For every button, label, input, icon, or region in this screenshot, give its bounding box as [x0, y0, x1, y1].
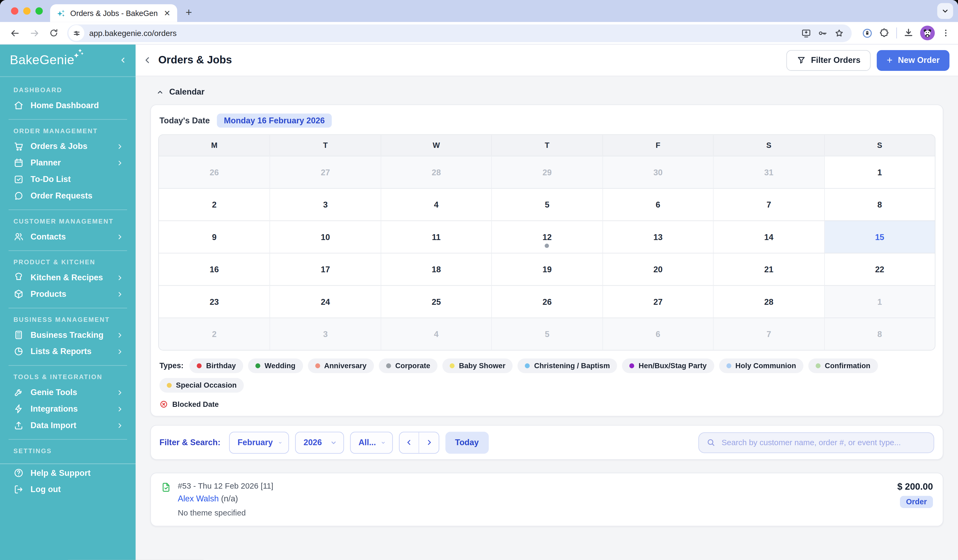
calendar-day-cell[interactable]: 4	[381, 318, 492, 350]
page-back-icon[interactable]	[143, 56, 152, 65]
calendar-day-cell[interactable]: 6	[602, 188, 713, 220]
calendar-day-cell[interactable]: 1	[824, 156, 935, 188]
calendar-day-cell[interactable]: 12	[491, 220, 602, 253]
calendar-day-cell[interactable]: 8	[824, 318, 935, 350]
calendar-day-cell[interactable]: 15	[824, 220, 935, 253]
calendar-section-toggle[interactable]: Calendar	[157, 87, 943, 96]
install-app-icon[interactable]	[801, 28, 811, 38]
type-pill-birthday[interactable]: Birthday	[190, 358, 243, 373]
calendar-day-cell[interactable]: 26	[159, 156, 270, 188]
calendar-day-cell[interactable]: 8	[824, 188, 935, 220]
reload-icon[interactable]	[45, 25, 62, 41]
calendar-day-cell[interactable]: 2	[159, 188, 270, 220]
calendar-day-cell[interactable]: 14	[713, 220, 824, 253]
sidebar-item-integrations[interactable]: Integrations	[8, 401, 128, 417]
app-logo[interactable]: BakeGenie	[10, 52, 83, 67]
calendar-day-cell[interactable]: 18	[381, 253, 492, 285]
sidebar-item-to-do-list[interactable]: To-Do List	[8, 171, 128, 188]
previous-month-button[interactable]	[400, 432, 419, 453]
bookmark-star-icon[interactable]	[834, 28, 844, 38]
sidebar-item-orders-jobs[interactable]: Orders & Jobs	[8, 138, 128, 155]
filter-orders-button[interactable]: Filter Orders	[787, 50, 871, 71]
minimize-window-button[interactable]	[23, 8, 31, 15]
calendar-day-cell[interactable]: 3	[270, 188, 381, 220]
calendar-day-cell[interactable]: 25	[381, 285, 492, 317]
search-input[interactable]	[720, 437, 926, 448]
sidebar-item-genie-tools[interactable]: Genie Tools	[8, 384, 128, 401]
calendar-day-cell[interactable]: 23	[159, 285, 270, 317]
calendar-day-cell[interactable]: 13	[602, 220, 713, 253]
sidebar-item-home-dashboard[interactable]: Home Dashboard	[8, 97, 128, 114]
calendar-day-cell[interactable]: 29	[491, 156, 602, 188]
calendar-day-cell[interactable]: 21	[713, 253, 824, 285]
calendar-day-cell[interactable]: 6	[602, 318, 713, 350]
sidebar-item-products[interactable]: Products	[8, 286, 128, 302]
month-select[interactable]: February	[229, 431, 289, 454]
type-pill-corporate[interactable]: Corporate	[379, 358, 438, 373]
calendar-day-cell[interactable]: 5	[491, 188, 602, 220]
calendar-day-cell[interactable]: 10	[270, 220, 381, 253]
browser-menu-kebab-icon[interactable]	[941, 28, 951, 38]
calendar-day-cell[interactable]: 27	[270, 156, 381, 188]
sidebar-item-contacts[interactable]: Contacts	[8, 228, 128, 245]
new-order-button[interactable]: + New Order	[877, 50, 950, 71]
calendar-day-cell[interactable]: 2	[159, 318, 270, 350]
calendar-day-cell[interactable]: 30	[602, 156, 713, 188]
sidebar-item-lists-reports[interactable]: Lists & Reports	[8, 343, 128, 360]
calendar-day-cell[interactable]: 19	[491, 253, 602, 285]
password-manager-icon[interactable]	[861, 27, 873, 39]
close-window-button[interactable]	[11, 8, 18, 15]
sidebar-item-kitchen-recipes[interactable]: Kitchen & Recipes	[8, 269, 128, 286]
calendar-day-cell[interactable]: 9	[159, 220, 270, 253]
customer-link[interactable]: Alex Walsh	[178, 494, 219, 503]
calendar-day-cell[interactable]: 7	[713, 318, 824, 350]
type-pill-wedding[interactable]: Wedding	[248, 358, 303, 373]
sidebar-item-data-import[interactable]: Data Import	[8, 417, 128, 434]
calendar-day-cell[interactable]: 7	[713, 188, 824, 220]
calendar-day-cell[interactable]: 4	[381, 188, 492, 220]
sidebar-item-planner[interactable]: Planner	[8, 155, 128, 171]
tab-search-button[interactable]	[937, 3, 953, 19]
type-filter-select[interactable]: All...	[350, 431, 393, 454]
sidebar-item-help-support[interactable]: Help & Support	[8, 465, 128, 481]
next-month-button[interactable]	[419, 432, 438, 453]
sidebar-item-business-tracking[interactable]: Business Tracking	[8, 327, 128, 343]
calendar-day-cell[interactable]: 31	[713, 156, 824, 188]
type-pill-christening-baptism[interactable]: Christening / Baptism	[518, 358, 617, 373]
sidebar-item-log-out[interactable]: Log out	[8, 481, 128, 498]
new-tab-button[interactable]: +	[181, 4, 197, 20]
calendar-day-cell[interactable]: 28	[381, 156, 492, 188]
calendar-day-cell[interactable]: 5	[491, 318, 602, 350]
order-row[interactable]: #53 - Thu 12 Feb 2026 [11] Alex Walsh (n…	[150, 473, 943, 527]
sidebar-collapse-icon[interactable]	[119, 56, 127, 64]
calendar-day-cell[interactable]: 24	[270, 285, 381, 317]
calendar-day-cell[interactable]: 27	[602, 285, 713, 317]
type-pill-holy-communion[interactable]: Holy Communion	[719, 358, 803, 373]
type-pill-confirmation[interactable]: Confirmation	[808, 358, 878, 373]
url-bar[interactable]: app.bakegenie.co/orders	[67, 24, 852, 42]
password-key-icon[interactable]	[817, 28, 828, 38]
calendar-day-cell[interactable]: 1	[824, 285, 935, 317]
calendar-day-cell[interactable]: 22	[824, 253, 935, 285]
profile-avatar[interactable]	[920, 25, 935, 40]
today-button[interactable]: Today	[445, 431, 489, 454]
calendar-day-cell[interactable]: 26	[491, 285, 602, 317]
browser-tab[interactable]: Orders & Jobs - BakeGenie ✕	[50, 4, 177, 22]
calendar-day-cell[interactable]: 17	[270, 253, 381, 285]
sidebar-item-order-requests[interactable]: Order Requests	[8, 188, 128, 204]
calendar-day-cell[interactable]: 20	[602, 253, 713, 285]
calendar-day-cell[interactable]: 11	[381, 220, 492, 253]
calendar-day-cell[interactable]: 28	[713, 285, 824, 317]
extensions-puzzle-icon[interactable]	[879, 27, 890, 38]
type-pill-baby-shower[interactable]: Baby Shower	[443, 358, 513, 373]
type-pill-hen-bux-stag-party[interactable]: Hen/Bux/Stag Party	[622, 358, 714, 373]
forward-icon[interactable]	[25, 25, 43, 41]
type-pill-anniversary[interactable]: Anniversary	[308, 358, 374, 373]
zoom-window-button[interactable]	[35, 8, 43, 15]
downloads-icon[interactable]	[903, 27, 914, 38]
calendar-day-cell[interactable]: 3	[270, 318, 381, 350]
type-pill-special-occasion[interactable]: Special Occasion	[159, 378, 244, 393]
calendar-day-cell[interactable]: 16	[159, 253, 270, 285]
site-settings-icon[interactable]	[68, 25, 84, 41]
year-select[interactable]: 2026	[295, 431, 344, 454]
